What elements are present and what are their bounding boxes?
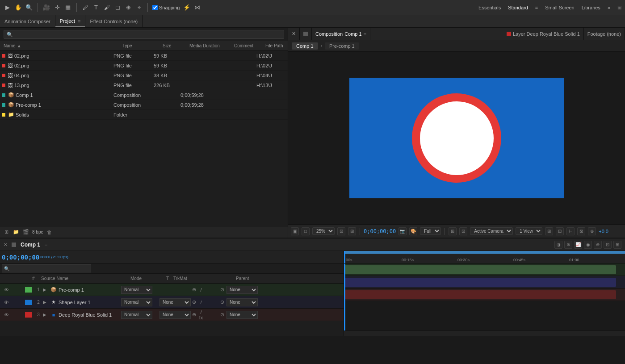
snapping-checkbox[interactable] xyxy=(152,5,158,10)
viewer-grid-icon[interactable]: ⊞ xyxy=(449,227,457,235)
timeline-track-1[interactable] xyxy=(344,264,625,276)
workspace-libraries[interactable]: Libraries xyxy=(582,5,600,10)
viewer-tab-comp1[interactable]: Comp 1 xyxy=(292,42,318,50)
comp-menu-icon[interactable]: ≡ xyxy=(364,31,366,37)
track3-bar[interactable] xyxy=(344,290,616,299)
new-folder-icon[interactable]: 📁 xyxy=(13,229,20,236)
viewer-resolution-icon[interactable]: □ xyxy=(302,227,310,235)
track1-bar[interactable] xyxy=(344,265,616,274)
track2-bar[interactable] xyxy=(344,278,616,287)
tl-playhead-track[interactable] xyxy=(344,264,345,331)
tl-parent-icon[interactable]: ⊕ xyxy=(594,241,602,249)
layer3-switch1[interactable]: ⊕ xyxy=(191,312,197,318)
search-input[interactable] xyxy=(4,30,284,39)
tl-solo-icon[interactable]: ◉ xyxy=(584,241,592,249)
viewer-toggle-icon[interactable]: ⊡ xyxy=(459,227,467,235)
tab-layer[interactable]: Layer Deep Royal Blue Solid 1 xyxy=(503,28,584,40)
tab-comp-icon[interactable] xyxy=(300,28,312,40)
viewer-quality-select[interactable]: Full xyxy=(420,227,441,235)
tl-work-area-bar[interactable] xyxy=(344,251,625,254)
tab-effect-controls[interactable]: Effect Controls (none) xyxy=(85,15,143,27)
layer1-switch1[interactable]: ⊕ xyxy=(191,287,197,293)
tl-search-input[interactable] xyxy=(2,264,91,272)
list-item[interactable]: 📦 Pre-comp 1 Composition 0;00;59;28 xyxy=(0,100,288,110)
layer2-mode-select[interactable]: Normal xyxy=(121,298,152,306)
viewer-3d-icon[interactable]: ⊛ xyxy=(588,227,596,235)
layer2-parent-select[interactable]: None xyxy=(227,298,258,306)
list-item[interactable]: 📁 Solids Folder xyxy=(0,110,288,120)
viewer-camera-icon[interactable]: 📷 xyxy=(398,227,407,235)
transform-icon[interactable]: ⋈ xyxy=(193,4,201,12)
layer1-visibility-toggle[interactable]: 👁 xyxy=(2,287,11,293)
grid-tool-icon[interactable]: ▦ xyxy=(64,4,72,12)
workspace-standard[interactable]: Standard xyxy=(508,5,528,10)
select-tool-icon[interactable]: ▶ xyxy=(4,4,12,12)
tl-switches-icon[interactable]: ⊡ xyxy=(604,241,612,249)
workspace-more-icon[interactable]: » xyxy=(608,5,610,10)
tab-close-comp[interactable]: ✕ xyxy=(288,28,300,40)
tab-animation-composer[interactable]: Animation Composer xyxy=(0,15,55,27)
stamp-tool-icon[interactable]: ⊕ xyxy=(124,4,132,12)
timeline-track-3[interactable] xyxy=(344,289,625,301)
viewer-zoom-select[interactable]: 25% xyxy=(312,227,335,235)
tab-project[interactable]: Project ≡ xyxy=(55,15,86,27)
layer2-parent-icon[interactable]: ⊙ xyxy=(218,299,227,305)
tl-graph-icon[interactable]: 📈 xyxy=(574,241,582,249)
timeline-track-2[interactable] xyxy=(344,276,625,289)
puppet-tool-icon[interactable]: ⌖ xyxy=(135,4,143,12)
snapping-toggle[interactable]: Snapping xyxy=(152,5,180,10)
camera-tool-icon[interactable]: 🎥 xyxy=(42,4,50,12)
tab-composition[interactable]: Composition Comp 1 ≡ xyxy=(312,28,370,40)
tl-modes-icon[interactable]: ⊞ xyxy=(613,241,621,249)
viewer-tab-precomp[interactable]: Pre-comp 1 xyxy=(325,42,359,50)
layer2-switch1[interactable]: ⊕ xyxy=(191,299,197,305)
list-item[interactable]: 📦 Comp 1 Composition 0;00;59;28 xyxy=(0,90,288,100)
new-item-icon[interactable]: 🎬 xyxy=(22,229,29,236)
layer1-parent-select[interactable]: None xyxy=(227,286,258,294)
workspace-smallscreen[interactable]: Small Screen xyxy=(545,5,574,10)
layer2-trkmat-select[interactable]: None xyxy=(159,298,191,306)
layer3-trkmat-select[interactable]: None xyxy=(159,311,191,319)
project-menu-icon[interactable]: ≡ xyxy=(78,18,80,24)
layer1-parent-icon[interactable]: ⊙ xyxy=(218,287,227,293)
hand-tool-icon[interactable]: ✋ xyxy=(14,4,22,12)
tl-close-icon[interactable]: ✕ xyxy=(4,242,7,247)
tl-menu-icon[interactable]: ≡ xyxy=(45,242,47,247)
list-item[interactable]: 🖼 04.png PNG file 38 KB H:\04\J xyxy=(0,71,288,80)
layer1-expand[interactable]: ▶ xyxy=(43,287,50,292)
list-item[interactable]: 🖼 02.png PNG file 59 KB H:\02\J xyxy=(0,51,288,61)
text-tool-icon[interactable]: T xyxy=(92,4,100,12)
viewer-render-icon[interactable]: ⊡ xyxy=(556,227,564,235)
viewer-view-select[interactable]: 1 View xyxy=(516,227,542,235)
brush-tool-icon[interactable]: 🖌 xyxy=(103,4,111,12)
viewer-snap-icon[interactable]: ⊞ xyxy=(348,227,356,235)
workspace-essentials[interactable]: Essentials xyxy=(478,5,501,10)
tl-motion-blur-icon[interactable]: ◑ xyxy=(554,241,562,249)
workspace-icon[interactable]: ≡ xyxy=(535,5,538,10)
viewer-timecode[interactable]: 0;00;00;00 xyxy=(364,228,396,234)
layer3-parent-icon[interactable]: ⊙ xyxy=(218,312,227,318)
magnet-icon[interactable]: ⚡ xyxy=(183,4,191,12)
tl-playhead-ruler[interactable] xyxy=(344,251,345,263)
viewer-color-icon[interactable]: 🎨 xyxy=(409,227,417,235)
move-tool-icon[interactable]: ✛ xyxy=(53,4,61,12)
viewer-channel-icon[interactable]: ⊠ xyxy=(577,227,585,235)
tab-footage[interactable]: Footage (none) xyxy=(584,28,625,40)
layer3-parent-select[interactable]: None xyxy=(227,311,258,319)
layer3-visibility-toggle[interactable]: 👁 xyxy=(2,312,11,318)
list-item[interactable]: 🖼 13.png PNG file 226 KB H:\13\J xyxy=(0,80,288,90)
viewer-fit-icon[interactable]: ⊡ xyxy=(337,227,345,235)
layer2-visibility-toggle[interactable]: 👁 xyxy=(2,300,11,305)
tl-3d-icon[interactable]: ⊛ xyxy=(564,241,572,249)
list-item[interactable]: 🖼 02.png PNG file 59 KB H:\02\J xyxy=(0,61,288,71)
zoom-tool-icon[interactable]: 🔍 xyxy=(25,4,33,12)
viewer-export-icon[interactable]: ⊢ xyxy=(566,227,575,235)
pen-tool-icon[interactable]: 🖊 xyxy=(81,4,89,12)
close-icon[interactable]: ✕ xyxy=(292,31,296,37)
delete-icon[interactable]: 🗑 xyxy=(46,229,53,236)
layer1-mode-select[interactable]: Normal xyxy=(121,286,152,294)
tl-scrollbar[interactable] xyxy=(344,331,625,336)
layer3-mode-select[interactable]: Normal xyxy=(121,311,152,319)
eraser-tool-icon[interactable]: ◻ xyxy=(113,4,122,12)
tl-timecode-display[interactable]: 0;00;00;00 xyxy=(2,254,39,261)
